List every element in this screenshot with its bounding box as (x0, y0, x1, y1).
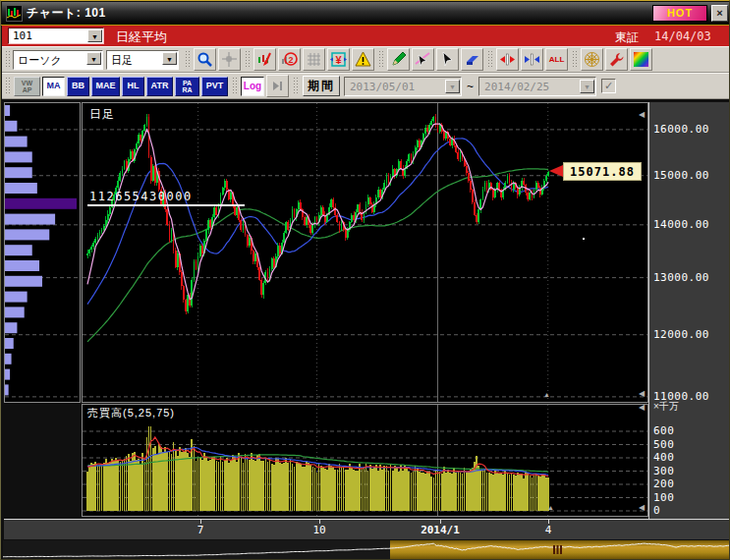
toolbar-grip[interactable] (572, 50, 577, 69)
current-price-tag: 15071.88 (563, 162, 642, 181)
volume-profile-bar (5, 151, 32, 162)
show-all-button[interactable]: ALL (545, 48, 568, 71)
web-icon[interactable] (581, 48, 603, 71)
x-axis: 7102014/14 (4, 519, 729, 539)
indicator-button-vwap[interactable]: VWAP (14, 77, 40, 96)
close-icon[interactable]: × (711, 5, 728, 22)
screen-number-icon[interactable]: 2 (278, 48, 301, 71)
volume-profile-bar (5, 307, 25, 317)
volume-axis-label: 600 (653, 424, 674, 438)
palette-icon[interactable] (630, 48, 652, 71)
period-checkbox[interactable]: ✓ (601, 79, 616, 93)
volume-profile-bar (5, 369, 10, 380)
scroll-nub-icon[interactable]: ◀ (639, 404, 645, 412)
pencil-icon[interactable] (387, 48, 410, 71)
volume-profile-bar (5, 105, 10, 116)
scroll-nub-icon[interactable]: ◀ (639, 390, 645, 398)
date-from-select[interactable]: 2013/05/01 ▼ (344, 77, 462, 96)
svg-text:¥: ¥ (335, 54, 342, 66)
candlestick-chart-icon (6, 5, 23, 22)
quote-date: 14/04/03 (654, 29, 711, 43)
yen-icon[interactable]: ¥ (327, 48, 350, 71)
warning-icon[interactable] (352, 48, 374, 71)
symbol-code-select[interactable]: 101 ▼ (8, 28, 104, 44)
indicator-label: ATR (151, 82, 169, 90)
volume-chart-pane[interactable] (82, 404, 648, 517)
chevron-down-icon[interactable]: ▼ (580, 80, 594, 93)
indicator-label: AP (23, 86, 32, 93)
step-forward-icon[interactable] (266, 75, 289, 97)
navigator[interactable] (3, 540, 729, 559)
volume-axis-label: 200 (653, 477, 674, 491)
title-bar[interactable]: チャート: 101 (2, 2, 729, 25)
indicator-button-hl[interactable]: HL (122, 77, 144, 96)
volume-profile-bar (5, 354, 12, 364)
price-axis-label: 13000.00 (653, 271, 709, 285)
toolbar-grip[interactable] (5, 77, 10, 95)
volume-axis-label: 0 (653, 504, 660, 518)
chart-window: チャート: 101 HOT × 101 ▼ 日経平均 東証 14/04/03 ロ… (0, 0, 730, 560)
volume-unit-label: ×千万 (653, 400, 679, 414)
scroll-nub-icon[interactable]: ◀ (639, 504, 645, 512)
hot-button[interactable]: HOT (652, 5, 707, 22)
narrow-bars-icon[interactable] (521, 48, 543, 71)
navigator-grip[interactable] (553, 545, 562, 554)
date-to-select[interactable]: 2014/02/25 ▼ (478, 77, 596, 96)
toolbar-grip[interactable] (378, 50, 383, 69)
toolbar-grip[interactable] (487, 50, 492, 69)
navigator-window[interactable] (390, 540, 729, 559)
volume-profile-bar (5, 292, 28, 303)
volume-profile-bar (5, 214, 55, 225)
widen-bars-icon[interactable] (496, 48, 519, 71)
volume-pane-title: 売買高(5,25,75) (87, 406, 175, 420)
x-tick-label: 10 (285, 524, 354, 536)
toolbar-grip[interactable] (185, 50, 190, 69)
crosshair-icon[interactable] (218, 48, 241, 71)
zoom-icon[interactable] (194, 48, 216, 71)
eraser-icon[interactable] (461, 48, 483, 71)
draw-arrow-icon[interactable] (253, 48, 276, 71)
chevron-down-icon[interactable]: ▼ (87, 29, 102, 42)
cursor-icon[interactable] (436, 48, 459, 71)
toolbar-grip[interactable] (245, 50, 250, 69)
chevron-down-icon[interactable]: ▼ (445, 80, 460, 93)
indicator-button-bb[interactable]: BB (67, 77, 89, 96)
scroll-nub-icon[interactable]: ◀ (639, 111, 645, 119)
price-axis-label: 15000.00 (653, 169, 709, 183)
toolbar-grip[interactable] (293, 77, 298, 95)
toolbar-grip[interactable] (232, 77, 237, 95)
indicator-button-para[interactable]: PARA (175, 77, 199, 96)
indicator-button-mae[interactable]: MAE (91, 77, 120, 96)
grid-icon[interactable] (303, 48, 325, 71)
stray-dot (583, 238, 585, 240)
volume-profile-pane[interactable] (4, 102, 81, 403)
indicator-label: PA (183, 80, 192, 86)
indicator-button-atr[interactable]: ATR (146, 77, 173, 96)
chevron-down-icon[interactable]: ▼ (162, 52, 177, 65)
trendline-cursor-icon[interactable] (412, 48, 434, 71)
volume-annotation: 112655430000 (89, 190, 193, 203)
indicator-label: HL (128, 82, 140, 90)
volume-profile-bar (5, 276, 42, 287)
volume-profile-bar (5, 322, 17, 333)
indicator-label: MA (47, 82, 61, 90)
indicator-button-pvt[interactable]: PVT (201, 77, 228, 96)
timeframe-select[interactable]: 日足 ▼ (106, 50, 179, 70)
exchange-label: 東証 (615, 29, 639, 46)
indicator-button-ma[interactable]: MA (42, 77, 65, 96)
log-scale-button[interactable]: Log (241, 77, 264, 96)
toolbar-grip[interactable] (5, 50, 10, 69)
wrench-icon[interactable] (605, 48, 628, 71)
chevron-down-icon[interactable]: ▼ (86, 52, 101, 65)
last-bar-marker-icon: ▲ (543, 391, 550, 399)
volume-profile-bar (5, 167, 32, 178)
right-axis: 16000.0015000.0014000.0013000.0012000.00… (648, 102, 730, 539)
chart-type-select[interactable]: ローソク ▼ (13, 50, 103, 70)
volume-profile-bar (5, 338, 14, 349)
indicator-label: PVT (206, 82, 224, 90)
indicator-label: VW (22, 80, 32, 86)
price-chart-pane[interactable] (82, 102, 648, 403)
volume-profile-bar (5, 137, 28, 147)
symbol-code: 101 (13, 29, 32, 42)
period-button[interactable]: 期間 (303, 76, 340, 96)
